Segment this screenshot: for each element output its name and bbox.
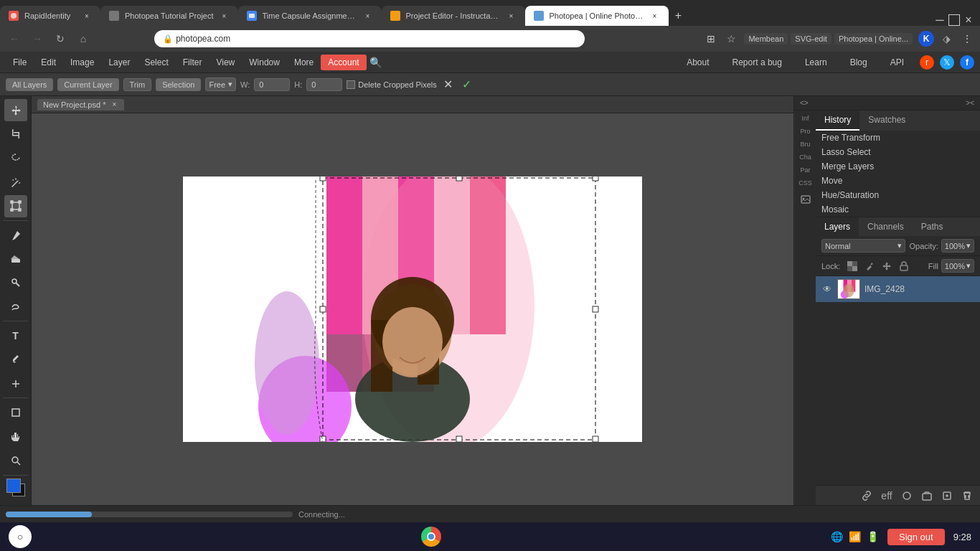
tab-time-capsule[interactable]: Time Capsule Assignment - Go... × [238, 6, 382, 26]
color-swatches[interactable] [6, 479, 25, 496]
new-tab-button[interactable]: + [669, 6, 689, 26]
smudge-tool[interactable] [4, 296, 27, 318]
layers-tab-layers[interactable]: Layers [816, 217, 859, 236]
bookmark-photopea[interactable]: Photopea | Online... [834, 33, 913, 44]
menu-image[interactable]: Image [63, 55, 101, 70]
text-tool[interactable]: T [4, 324, 27, 347]
side-image-icon[interactable] [796, 194, 814, 205]
start-button[interactable]: ○ [9, 525, 32, 548]
menu-edit[interactable]: Edit [34, 55, 63, 70]
lock-transparency-button[interactable] [846, 260, 859, 273]
move-tool[interactable] [4, 99, 27, 121]
side-label-cha[interactable]: Cha [796, 152, 814, 162]
cancel-transform-button[interactable]: ✕ [441, 77, 456, 92]
confirm-transform-button[interactable]: ✓ [460, 77, 474, 92]
hand-tool[interactable] [4, 425, 27, 448]
pen-tool[interactable] [4, 349, 27, 371]
history-item-mosaic[interactable]: Mosaic [816, 202, 980, 217]
back-button[interactable]: ← [6, 30, 23, 47]
w-input[interactable] [254, 78, 290, 91]
opacity-control[interactable]: 100% ▾ [941, 239, 974, 253]
foreground-color[interactable] [6, 479, 21, 493]
delete-layer-button[interactable] [960, 489, 974, 503]
collapse-right-button[interactable]: >< [966, 99, 974, 107]
extensions-icon[interactable]: ⊞ [704, 32, 718, 46]
all-layers-button[interactable]: All Layers [6, 78, 53, 91]
history-item-hue-saturation[interactable]: Hue/Saturation [816, 188, 980, 202]
twitter-icon[interactable]: 𝕏 [940, 55, 954, 70]
collapse-left-button[interactable]: <> [800, 99, 809, 107]
document-tab[interactable]: New Project.psd * × [37, 99, 124, 110]
menu-report-bug[interactable]: Report a bug [725, 55, 789, 70]
swatches-tab[interactable]: Swatches [859, 110, 914, 131]
menu-about[interactable]: About [679, 55, 716, 70]
menu-blog[interactable]: Blog [843, 55, 875, 70]
layer-visibility-icon[interactable]: 👁 [821, 283, 833, 295]
h-input[interactable] [306, 78, 342, 91]
clone-tool[interactable] [4, 272, 27, 294]
tab-close-timecapsule[interactable]: × [363, 11, 373, 21]
sign-out-button[interactable]: Sign out [887, 529, 945, 545]
search-icon[interactable]: 🔍 [367, 54, 385, 71]
close-window-button[interactable]: × [963, 14, 974, 26]
delete-cropped-checkbox[interactable]: Delete Cropped Pixels [347, 80, 436, 89]
zoom-tool[interactable] [4, 449, 27, 471]
restore-button[interactable] [948, 14, 960, 26]
side-label-bru[interactable]: Bru [796, 139, 814, 149]
side-label-css[interactable]: CSS [796, 178, 814, 188]
lasso-tool[interactable] [4, 147, 27, 169]
new-layer-button[interactable] [940, 489, 954, 503]
layer-mask-button[interactable] [900, 489, 914, 503]
tab-close-tutorial[interactable]: × [220, 11, 230, 21]
layer-effects-button[interactable]: eff [880, 489, 894, 503]
lock-position-button[interactable] [880, 260, 893, 273]
menu-file[interactable]: File [6, 55, 34, 70]
menu-layer[interactable]: Layer [101, 55, 137, 70]
forward-button[interactable]: → [29, 30, 46, 47]
chrome-taskbar-icon[interactable] [420, 525, 443, 548]
lock-pixels-button[interactable] [863, 260, 876, 273]
tab-close-photopea[interactable]: × [650, 11, 660, 21]
tab-close-instructables[interactable]: × [507, 11, 517, 21]
crop-tool[interactable] [4, 123, 27, 145]
home-button[interactable]: ⌂ [75, 30, 92, 47]
shape-tool[interactable] [4, 401, 27, 423]
tab-close-rapididentity[interactable]: × [82, 11, 92, 21]
reload-button[interactable]: ↻ [52, 30, 69, 47]
trim-button[interactable]: Trim [123, 78, 152, 91]
tab-rapididentity[interactable]: RapidIdentity × [0, 6, 100, 26]
side-label-pro[interactable]: Pro [796, 126, 814, 136]
menu-window[interactable]: Window [242, 55, 287, 70]
current-layer-button[interactable]: Current Layer [57, 78, 118, 91]
history-item-move[interactable]: Move [816, 174, 980, 188]
history-item-lasso-select[interactable]: Lasso Select [816, 145, 980, 159]
transform-tool[interactable] [4, 195, 27, 217]
link-layers-button[interactable] [859, 489, 874, 503]
reddit-icon[interactable]: r [920, 55, 934, 70]
selection-button[interactable]: Selection [156, 78, 201, 91]
cast-icon[interactable]: ⬗ [940, 32, 954, 46]
bookmark-icon[interactable]: ☆ [724, 32, 738, 46]
tab-instructables[interactable]: Project Editor - Instructables × [382, 6, 525, 26]
bookmark-membean[interactable]: Membean [744, 33, 788, 44]
layer-item-img2428[interactable]: 👁 [816, 276, 980, 302]
menu-filter[interactable]: Filter [176, 55, 209, 70]
delete-cropped-check-box[interactable] [347, 80, 355, 89]
brush-tool[interactable] [4, 224, 27, 246]
lock-all-button[interactable] [897, 260, 910, 273]
history-tab[interactable]: History [816, 110, 859, 131]
settings-icon[interactable]: ⋮ [960, 32, 974, 46]
canvas[interactable] [183, 176, 642, 442]
menu-view[interactable]: View [209, 55, 242, 70]
menu-more[interactable]: More [287, 55, 321, 70]
address-bar[interactable]: 🔒 photopea.com [154, 30, 585, 47]
side-label-par[interactable]: Par [796, 165, 814, 175]
layers-tab-channels[interactable]: Channels [859, 217, 913, 236]
magic-wand-tool[interactable] [4, 171, 27, 193]
blend-mode-select[interactable]: Normal ▾ [821, 239, 905, 253]
eraser-tool[interactable] [4, 248, 27, 270]
layers-tab-paths[interactable]: Paths [913, 217, 952, 236]
profile-icon[interactable]: K [918, 31, 934, 47]
menu-api[interactable]: API [883, 55, 911, 70]
tab-photopea-tutorial[interactable]: Photopea Tutorial Project × [100, 6, 238, 26]
